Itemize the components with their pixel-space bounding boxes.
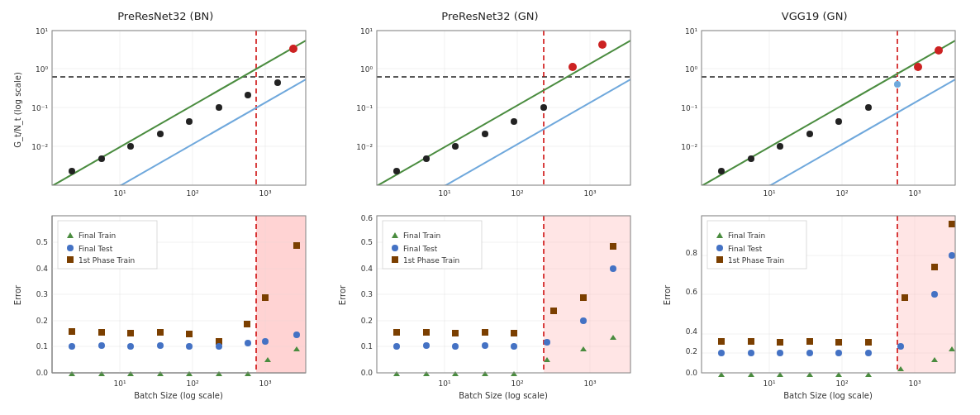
svg-text:0.2: 0.2 <box>685 347 697 355</box>
svg-point-184 <box>482 342 488 349</box>
svg-rect-59 <box>702 31 955 185</box>
svg-point-56 <box>598 41 607 49</box>
svg-rect-145 <box>67 256 74 263</box>
svg-text:10²: 10² <box>835 379 848 388</box>
svg-point-20 <box>69 168 75 174</box>
svg-text:10¹: 10¹ <box>438 379 450 388</box>
chart-bottom-right: Error 0.0 0.2 0.4 0.6 0.8 10¹ 10² 10³ Ba… <box>652 209 977 412</box>
svg-text:10²: 10² <box>511 379 523 388</box>
svg-point-238 <box>806 350 813 356</box>
svg-rect-174 <box>423 329 430 336</box>
svg-point-240 <box>865 350 872 356</box>
svg-text:0.4: 0.4 <box>361 265 373 273</box>
chart-bottom-left: Error 0.0 0.1 0.2 0.3 0.4 0.5 10¹ 10² 10… <box>3 209 328 412</box>
svg-text:10⁰: 10⁰ <box>36 65 48 74</box>
svg-rect-171 <box>544 216 630 373</box>
svg-point-128 <box>245 340 251 346</box>
svg-rect-180 <box>610 243 616 250</box>
svg-point-24 <box>186 118 193 125</box>
svg-text:Final Train: Final Train <box>403 231 440 240</box>
svg-point-77 <box>718 168 725 174</box>
svg-point-80 <box>806 131 813 137</box>
svg-point-53 <box>511 118 517 125</box>
svg-text:Error: Error <box>13 284 22 305</box>
svg-rect-229 <box>806 338 813 345</box>
svg-point-125 <box>157 342 164 349</box>
svg-text:0.4: 0.4 <box>36 265 49 273</box>
svg-text:10¹: 10¹ <box>36 27 48 36</box>
svg-text:0.6: 0.6 <box>685 288 697 296</box>
chart-top-middle: PreResNet32 (GN) 10⁻² 10⁻¹ 10⁰ 10¹ 10¹ 1… <box>328 7 653 209</box>
svg-point-81 <box>835 118 842 125</box>
svg-text:Final Train: Final Train <box>728 231 765 240</box>
svg-top-left: G_t/N_t (log scale) 10⁻² 10⁻¹ 10⁰ 10¹ 10… <box>12 24 318 198</box>
svg-point-84 <box>914 63 922 71</box>
svg-rect-258 <box>716 256 723 263</box>
svg-point-22 <box>127 143 134 150</box>
svg-text:0.8: 0.8 <box>685 249 697 257</box>
svg-text:Batch Size (log scale): Batch Size (log scale) <box>783 391 873 400</box>
svg-text:Batch Size (log scale): Batch Size (log scale) <box>459 391 548 400</box>
svg-text:0.0: 0.0 <box>685 369 697 377</box>
svg-text:10⁻²: 10⁻² <box>356 143 373 151</box>
svg-text:10¹: 10¹ <box>114 379 126 388</box>
svg-rect-115 <box>127 330 134 336</box>
svg-text:10¹: 10¹ <box>114 189 126 198</box>
chart-title-top-right: VGG19 (GN) <box>782 10 848 22</box>
svg-text:0.3: 0.3 <box>36 290 48 298</box>
svg-rect-176 <box>482 329 488 336</box>
svg-rect-116 <box>157 329 164 336</box>
svg-rect-113 <box>69 328 75 335</box>
svg-rect-173 <box>393 329 400 336</box>
main-container: PreResNet32 (BN) G_t/N_t (log scale) <box>0 0 980 415</box>
svg-point-143 <box>67 245 74 251</box>
svg-point-51 <box>452 143 459 150</box>
svg-rect-117 <box>186 331 193 337</box>
svg-point-85 <box>935 46 943 55</box>
svg-point-243 <box>949 252 955 259</box>
svg-point-129 <box>262 338 269 345</box>
svg-rect-234 <box>949 221 955 227</box>
svg-rect-232 <box>902 294 908 301</box>
svg-point-49 <box>393 168 400 174</box>
svg-text:10²: 10² <box>187 379 199 388</box>
svg-rect-177 <box>511 330 517 336</box>
svg-bottom-left: Error 0.0 0.1 0.2 0.3 0.4 0.5 10¹ 10² 10… <box>12 212 318 403</box>
svg-rect-227 <box>748 338 754 345</box>
svg-point-27 <box>274 79 281 86</box>
svg-text:10⁻¹: 10⁻¹ <box>32 104 49 112</box>
svg-text:1st Phase Train: 1st Phase Train <box>78 256 135 265</box>
svg-point-241 <box>897 343 904 350</box>
svg-rect-119 <box>244 321 250 327</box>
svg-text:10¹: 10¹ <box>438 189 450 198</box>
svg-rect-228 <box>777 339 783 346</box>
svg-point-130 <box>293 332 300 338</box>
svg-text:10⁻¹: 10⁻¹ <box>681 104 697 112</box>
svg-point-186 <box>544 339 550 346</box>
svg-rect-121 <box>293 242 300 249</box>
svg-top-middle: 10⁻² 10⁻¹ 10⁰ 10¹ 10¹ 10² 10³ <box>337 24 643 198</box>
svg-point-237 <box>777 350 783 356</box>
svg-text:10³: 10³ <box>908 189 921 198</box>
svg-text:1st Phase Train: 1st Phase Train <box>728 256 784 265</box>
svg-rect-179 <box>580 294 587 301</box>
svg-text:0.3: 0.3 <box>361 290 373 298</box>
svg-point-23 <box>157 131 164 137</box>
svg-text:0.0: 0.0 <box>361 369 373 377</box>
svg-text:10¹: 10¹ <box>360 27 373 36</box>
svg-rect-31 <box>377 31 630 185</box>
svg-text:10⁻²: 10⁻² <box>32 143 49 151</box>
svg-text:1st Phase Train: 1st Phase Train <box>403 256 459 265</box>
svg-text:0.2: 0.2 <box>36 317 48 325</box>
svg-text:10²: 10² <box>835 189 848 198</box>
svg-text:10⁰: 10⁰ <box>360 65 373 74</box>
svg-text:10²: 10² <box>187 189 199 198</box>
svg-rect-231 <box>865 339 872 346</box>
svg-text:0.1: 0.1 <box>36 342 48 351</box>
svg-rect-175 <box>452 330 459 336</box>
svg-rect-226 <box>718 338 725 345</box>
svg-bottom-middle: Error 0.0 0.1 0.2 0.3 0.4 0.5 0.6 10¹ 10… <box>337 212 643 403</box>
svg-point-126 <box>186 343 193 350</box>
svg-rect-178 <box>550 308 557 314</box>
svg-top-right: 10⁻² 10⁻¹ 10⁰ 10¹ 10¹ 10² 10³ <box>662 24 968 198</box>
